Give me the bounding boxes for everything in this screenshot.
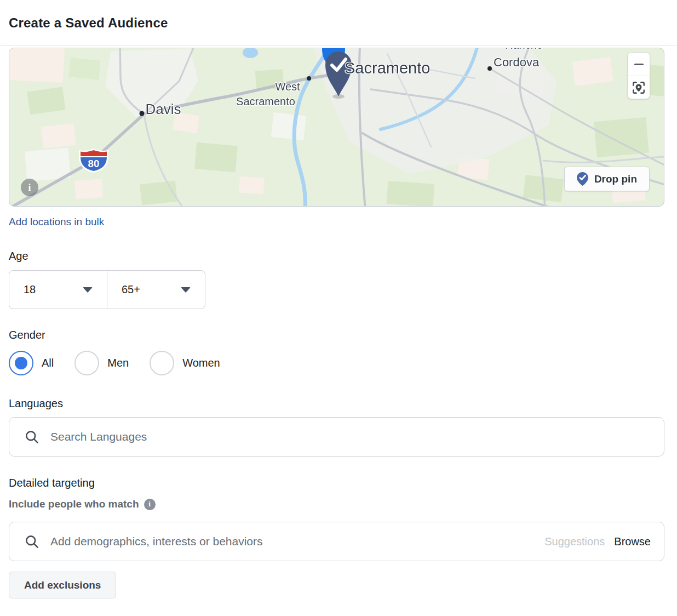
gender-radio-men[interactable]: Men bbox=[74, 351, 129, 375]
map-label-rancho-clipped: Rancho bbox=[505, 48, 543, 52]
page-title: Create a Saved Audience bbox=[9, 15, 168, 31]
add-exclusions-button[interactable]: Add exclusions bbox=[9, 572, 116, 598]
drop-pin-label: Drop pin bbox=[594, 173, 637, 185]
age-range-control: 18 65+ bbox=[9, 270, 205, 309]
gender-label: Gender bbox=[9, 329, 668, 341]
age-max-dropdown[interactable]: 65+ bbox=[107, 271, 205, 309]
chevron-down-icon bbox=[181, 287, 191, 293]
detailed-targeting-search-input[interactable] bbox=[50, 535, 538, 548]
radio-unselected-icon bbox=[74, 351, 99, 375]
age-max-value: 65+ bbox=[122, 283, 140, 296]
svg-text:80: 80 bbox=[88, 158, 99, 169]
map-info-button[interactable]: i bbox=[21, 179, 38, 196]
languages-label: Languages bbox=[9, 397, 668, 410]
zoom-out-button[interactable] bbox=[628, 53, 650, 76]
include-people-label: Include people who match bbox=[9, 498, 139, 510]
languages-search-box bbox=[9, 417, 664, 457]
interstate-80-shield: 80 bbox=[79, 149, 108, 173]
detailed-targeting-label: Detailed targeting bbox=[9, 477, 668, 489]
map-control-group bbox=[627, 52, 650, 99]
center-on-pin-button[interactable] bbox=[628, 76, 650, 99]
include-people-row: Include people who match i bbox=[9, 498, 668, 510]
pin-frame-icon bbox=[632, 81, 646, 95]
location-map[interactable]: 80 Davis West Sacramento Sacramento Cord… bbox=[9, 48, 664, 207]
map-label-west-sacramento: West Sacramento bbox=[236, 79, 295, 109]
gender-radio-women[interactable]: Women bbox=[150, 351, 220, 375]
map-label-davis: Davis bbox=[145, 101, 181, 118]
chevron-down-icon bbox=[83, 287, 93, 293]
info-icon: i bbox=[28, 182, 31, 193]
create-saved-audience-dialog: Create a Saved Audience bbox=[0, 0, 677, 598]
radio-unselected-icon bbox=[150, 351, 174, 375]
dialog-header: Create a Saved Audience bbox=[0, 0, 677, 46]
gender-radio-group: All Men Women bbox=[9, 351, 668, 375]
search-icon bbox=[25, 534, 39, 549]
drop-pin-button[interactable]: Drop pin bbox=[564, 167, 650, 191]
map-label-cordova: Cordova bbox=[494, 55, 539, 70]
radio-selected-icon bbox=[9, 351, 33, 375]
age-min-dropdown[interactable]: 18 bbox=[9, 271, 107, 309]
browse-button[interactable]: Browse bbox=[614, 535, 651, 548]
map-label-sacramento: Sacramento bbox=[345, 59, 430, 77]
info-icon: i bbox=[144, 499, 156, 510]
age-min-value: 18 bbox=[24, 283, 36, 296]
minus-icon bbox=[634, 64, 644, 65]
suggestions-button[interactable]: Suggestions bbox=[544, 535, 605, 548]
pin-check-icon bbox=[577, 172, 588, 186]
gender-radio-all[interactable]: All bbox=[9, 351, 54, 375]
languages-search-input[interactable] bbox=[50, 430, 651, 443]
form-body: Add locations in bulk Age 18 65+ Gender … bbox=[0, 207, 677, 598]
add-locations-in-bulk-link[interactable]: Add locations in bulk bbox=[9, 216, 104, 228]
search-icon bbox=[25, 430, 39, 444]
age-label: Age bbox=[9, 250, 668, 263]
detailed-targeting-search-box: Suggestions Browse bbox=[9, 522, 664, 561]
